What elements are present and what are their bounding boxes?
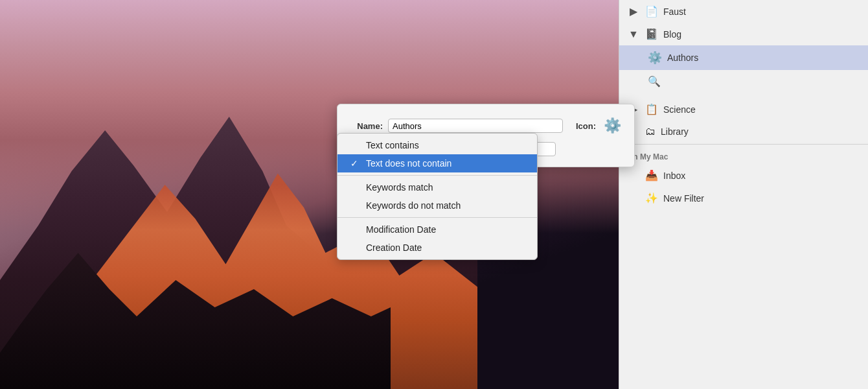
name-input[interactable] xyxy=(388,119,563,133)
icon-gear-display: ⚙️ xyxy=(604,117,621,134)
dropdown-section-keywords: Keywords match Keywords do not match xyxy=(337,175,537,217)
spacer xyxy=(619,93,868,98)
dropdown-caret xyxy=(357,133,367,134)
sidebar-item-faust[interactable]: ▶ 📄 Faust xyxy=(619,0,868,23)
dropdown-item-creation-date[interactable]: Creation Date xyxy=(337,239,537,257)
dropdown-item-text-does-not-contain[interactable]: ✓ Text does not contain xyxy=(337,154,537,172)
document-icon: 📄 xyxy=(645,5,658,18)
checkmark-text-does-not-contain: ✓ xyxy=(350,158,361,169)
gear-icon: ⚙️ xyxy=(648,51,662,65)
icon-label-text: Icon: xyxy=(576,121,596,131)
sidebar-item-authors[interactable]: ⚙️ Authors xyxy=(619,45,868,70)
checkmark-modification-date xyxy=(350,224,361,235)
sidebar-item-new-filter-label: New Filter xyxy=(663,193,704,204)
sidebar-item-library-label: Library xyxy=(661,126,689,137)
dropdown-menu: Text contains ✓ Text does not contain Ke… xyxy=(337,133,538,260)
sidebar-item-faust-label: Faust xyxy=(663,6,686,17)
dropdown-item-text-contains[interactable]: Text contains xyxy=(337,136,537,154)
name-label: Name: xyxy=(350,121,383,131)
collapse-icon: ▶ xyxy=(627,5,640,18)
sidebar-item-new-filter[interactable]: ✨ New Filter xyxy=(619,187,868,209)
on-my-mac-section: On My Mac xyxy=(619,146,868,164)
sidebar-item-inbox[interactable]: 📥 Inbox xyxy=(619,164,868,187)
sidebar-item-blog-sub2[interactable]: 🔍 xyxy=(619,70,868,93)
sidebar-item-blog[interactable]: ▼ 📓 Blog xyxy=(619,23,868,45)
dropdown-item-keywords-match[interactable]: Keywords match xyxy=(337,178,537,196)
sidebar-item-library[interactable]: 🗂 Library xyxy=(619,121,868,143)
sidebar-item-authors-label: Authors xyxy=(667,53,698,63)
sidebar-divider-1 xyxy=(619,144,868,145)
name-row: Name: Icon: ⚙️ xyxy=(350,117,621,134)
checkmark-keywords-do-not-match xyxy=(350,200,361,211)
sidebar-item-inbox-label: Inbox xyxy=(663,171,685,181)
checkmark-keywords-match xyxy=(350,182,361,193)
dropdown-section-dates: Modification Date Creation Date xyxy=(337,217,537,259)
search-icon: 🔍 xyxy=(648,75,661,88)
sidebar: ▶ 📄 Faust ▼ 📓 Blog ⚙️ Authors 🔍 ▶ 📋 Scie… xyxy=(619,0,868,389)
inbox-icon: 📥 xyxy=(645,169,658,182)
sidebar-item-science[interactable]: ▶ 📋 Science xyxy=(619,98,868,121)
dropdown-section-text: Text contains ✓ Text does not contain xyxy=(337,134,537,175)
dropdown-item-keywords-do-not-match[interactable]: Keywords do not match xyxy=(337,196,537,215)
notebook-icon: 📓 xyxy=(645,28,658,40)
folder-icon: 🗂 xyxy=(645,126,656,137)
clipboard-icon: 📋 xyxy=(645,103,658,115)
checkmark-text-contains xyxy=(350,140,361,150)
expand-icon: ▼ xyxy=(627,29,640,40)
sidebar-item-blog-label: Blog xyxy=(663,29,681,40)
dropdown-item-modification-date[interactable]: Modification Date xyxy=(337,220,537,239)
new-filter-icon: ✨ xyxy=(645,192,658,204)
checkmark-creation-date xyxy=(350,242,361,253)
sidebar-item-science-label: Science xyxy=(663,104,696,115)
